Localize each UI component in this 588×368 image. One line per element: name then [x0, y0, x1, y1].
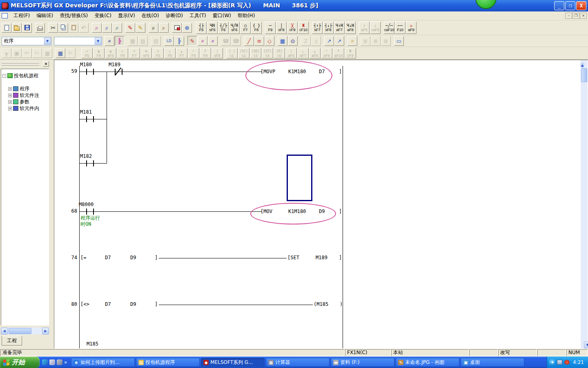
secondary-combo[interactable]: ▼ [54, 37, 102, 45]
task-drive-f[interactable]: ▬资料 (F:) [331, 358, 394, 367]
mdi-minimize-button[interactable]: – [565, 13, 572, 19]
save-project-button[interactable] [22, 23, 32, 33]
tree-item-2[interactable]: +参数 [8, 99, 29, 105]
menu-item-5[interactable]: 在线(O) [138, 11, 163, 20]
collapse-icon[interactable]: - [2, 74, 6, 78]
tree-item-0[interactable]: +程序 [8, 85, 29, 92]
draw-line-button[interactable]: ⌐─F10 [395, 22, 405, 34]
menu-item-6[interactable]: 诊断(D) [162, 11, 186, 20]
cross-reference-button[interactable]: ▦ [278, 36, 287, 46]
cut-button[interactable]: ✂ [48, 23, 58, 33]
tree-root-label[interactable]: 投包机源程 [14, 72, 38, 79]
quick-launch-icon[interactable] [57, 359, 62, 365]
task-calculator[interactable]: ▦计算器 [266, 358, 330, 367]
panel-hscrollbar[interactable]: ◀ ▶ [1, 328, 49, 334]
tree-item-1[interactable]: +软元件注 [8, 92, 39, 99]
vscroll-thumb[interactable] [581, 68, 587, 82]
entry-monitor-button[interactable]: ⌕ [347, 36, 357, 46]
application-instruction-button[interactable]: { }F8 [251, 22, 262, 34]
find-replace-instruction-button[interactable]: ⌕ [112, 23, 122, 33]
mdi-restore-button[interactable]: ❐ [572, 13, 579, 19]
data-tree-button[interactable]: ╠ [174, 36, 184, 46]
open-branch-button[interactable]: ЧНsF5 [207, 22, 218, 34]
scroll-right-icon[interactable]: ▶ [42, 328, 49, 334]
panel-grip[interactable] [2, 62, 39, 63]
scroll-down-icon[interactable]: ▼ [584, 341, 588, 348]
chevron-down-icon[interactable]: ▼ [95, 38, 101, 45]
rising-pulse-button[interactable]: ┤↑├sF7 [312, 22, 323, 34]
write-mode-button[interactable]: ✎ [187, 36, 197, 46]
expand-icon[interactable]: + [8, 94, 12, 97]
menu-item-9[interactable]: 帮助(H) [234, 11, 258, 20]
task-paint[interactable]: ✎未命名.JPG - 画图 [396, 358, 459, 367]
menu-item-1[interactable]: 编辑(E) [33, 11, 56, 20]
falling-pulse-branch-button[interactable]: Ч↓НaF8 [345, 22, 356, 34]
open-contact-button[interactable]: ┤├F5 [196, 22, 207, 34]
find-replace-device-button[interactable]: ⌕ [102, 23, 112, 33]
comment-display-button[interactable]: ▭ [394, 36, 404, 46]
expand-icon[interactable]: + [8, 100, 12, 104]
scroll-left-icon[interactable]: ◀ [1, 328, 8, 334]
scroll-up-icon[interactable]: ▲ [581, 63, 584, 67]
minimize-button[interactable]: _ [554, 1, 564, 10]
menu-item-0[interactable]: 工程(F) [10, 11, 33, 20]
panel-grip[interactable] [2, 64, 39, 65]
ladder-monitor-button[interactable]: ⊕ [182, 23, 192, 33]
restore-button[interactable]: ❐ [565, 1, 575, 10]
panel-close-icon[interactable]: × [43, 61, 49, 67]
quick-launch-icon[interactable] [42, 359, 48, 365]
hscroll-thumb[interactable] [9, 328, 31, 334]
task-desktop[interactable]: ▣桌面 [461, 358, 524, 367]
closed-branch-button[interactable]: Ч╱НsF6 [229, 22, 240, 34]
project-data-list-button[interactable] [172, 23, 182, 33]
find-button[interactable]: ⌕ [92, 23, 102, 33]
rising-pulse-branch-button[interactable]: Ч↑НaF7 [334, 22, 345, 34]
closed-contact-button[interactable]: ┤╱├F6 [218, 22, 229, 34]
menu-item-7[interactable]: 工具(T) [186, 11, 209, 20]
delete-line-button[interactable]: ☒aF9 [406, 22, 416, 34]
start-button[interactable]: 开始 [0, 357, 40, 368]
copy-button[interactable] [58, 23, 68, 33]
tab-project[interactable]: 工程 [2, 336, 22, 346]
task-melsoft[interactable]: ◆MELSOFT系列 G... [201, 358, 265, 367]
invert-result-button[interactable]: ─╱─caF10 [384, 22, 394, 34]
menu-item-2[interactable]: 查找/替换(S) [56, 11, 91, 20]
monitor-write-mode-button[interactable]: ⌕ [208, 36, 218, 46]
device-batch-monitor-button[interactable]: ◇ [265, 36, 274, 46]
ladder-view-button[interactable]: LD [164, 36, 174, 46]
network-status-icon[interactable] [564, 360, 570, 365]
falling-pulse-button[interactable]: ┤↓├sF8 [323, 22, 334, 34]
expand-icon[interactable]: + [8, 87, 12, 91]
expand-icon[interactable]: + [8, 107, 12, 110]
vertical-line-button[interactable]: │sF9 [276, 22, 287, 34]
device-comment-button[interactable]: ✎ [125, 23, 135, 33]
jump-window2-button[interactable]: ↗ [334, 36, 344, 46]
read-mode-button[interactable]: ⌕ [198, 36, 207, 46]
tray-chevron-icon[interactable]: ◀ [549, 359, 555, 366]
coil-button[interactable]: ◯F7 [240, 22, 251, 34]
task-ie-upload[interactable]: e如何上传图片到... [71, 358, 135, 367]
ladder-cursor[interactable] [287, 155, 312, 201]
quick-launch-icon[interactable] [49, 359, 55, 365]
comment-search-button[interactable]: ⌕ [105, 36, 114, 46]
open-project-button[interactable] [12, 23, 22, 33]
ladder-edit-button[interactable]: ╱ [244, 36, 254, 46]
horizontal-line-button[interactable]: ─F9 [265, 22, 276, 34]
menu-item-4[interactable]: 显示(V) [115, 11, 138, 20]
chevron-down-icon[interactable]: ▼ [44, 38, 51, 45]
mdi-close-button[interactable]: × [580, 13, 587, 19]
quick-launch-more-icon[interactable]: » [64, 359, 67, 365]
device-test-button[interactable]: ≡ [254, 36, 264, 46]
delete-horizontal-line-button[interactable]: ╳cF9 [287, 22, 298, 34]
tree-item-3[interactable]: +软元件内 [8, 105, 39, 112]
task-folder-program[interactable]: ▨投包机源程序 [136, 358, 200, 367]
zoom-out-button[interactable]: ⌕ [149, 23, 158, 33]
menu-item-3[interactable]: 变换(C) [91, 11, 115, 20]
ladder-canvas[interactable]: 59 M180 M189 [MOVP K1M180 D7 ] M181 M182 [54, 60, 581, 348]
jump-window-button[interactable]: ↗ [324, 36, 334, 46]
zoom-in-button[interactable]: ⌕ [159, 23, 169, 33]
delete-vertical-line-button[interactable]: ЖcF10 [298, 22, 309, 34]
close-button[interactable]: X [576, 1, 586, 10]
project-data-list-toggle-button[interactable]: ╠ [115, 36, 125, 46]
menu-item-8[interactable]: 窗口(W) [209, 11, 234, 20]
